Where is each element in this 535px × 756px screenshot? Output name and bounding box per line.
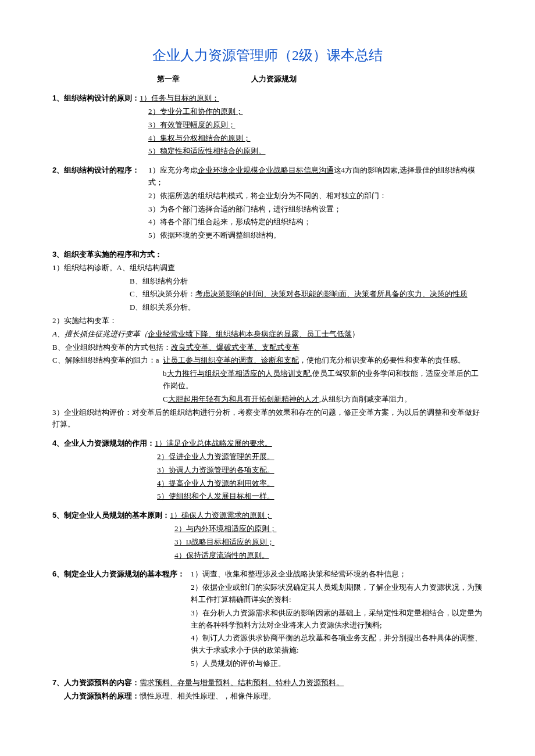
s6-i1: 1）调查、收集和整理涉及企业战略决策和经营环境的各种信息； bbox=[191, 568, 483, 581]
s2-lead: 2、组织结构设计的程序： bbox=[52, 164, 148, 189]
s3-pC3-b: ,从组织方面削减变革阻力。 bbox=[319, 395, 412, 403]
s3-pA-a: A、擅长抓住征兆进行变革（ bbox=[52, 329, 148, 338]
s3-pC2-u: 大力推行与组织变革相适应的人员培训支配 bbox=[167, 369, 311, 378]
s3-p1: 1）组织结构诊断。A、组织结构调查 bbox=[52, 262, 483, 274]
s3-p1c: C、组织决策分析：考虑决策影响的时间、决策对各职能的影响面、决策者所具备的实力、… bbox=[52, 288, 483, 300]
section-1: 1、组织结构设计的原则：1）任务与目标的原则； 2）专业分工和协作的原则； 3）… bbox=[52, 92, 483, 157]
s5-i4: 4）保持适度流淌性的原则。 bbox=[52, 550, 483, 562]
page-title: 企业人力资源管理师（2级）课本总结 bbox=[52, 44, 483, 66]
chapter-label: 第一章 bbox=[157, 73, 180, 85]
s7-rest: 惯性原理、相关性原理、，相像件原理。 bbox=[140, 691, 276, 700]
s7-u: 需求预料、存量与增量预料、结构预料、特种人力资源预料。 bbox=[140, 678, 344, 687]
s4-i2: 2）促进企业人力资源管理的开展。 bbox=[52, 451, 483, 463]
section-5: 5、制定企业人员规划的基本原则：1）确保人力资源需求的原则； 2）与内外环境相适… bbox=[52, 510, 483, 561]
s5-lead: 5、制定企业人员规划的基本原则： bbox=[52, 511, 170, 519]
section-7: 7、人力资源预料的内容：需求预料、存量与增量预料、结构预料、特种人力资源预料。 … bbox=[52, 677, 483, 703]
s6-i2: 2）依据企业或部门的实际状况确定其人员规划期限，了解企业现有人力资源状况，为预料… bbox=[191, 582, 483, 606]
s7-line2: 人力资源预料的原理：惯性原理、相关性原理、，相像件原理。 bbox=[52, 690, 483, 703]
s1-i4: 4）集权与分权相结合的原则； bbox=[52, 132, 483, 145]
s3-pA-u: 企业经营业绩下降、组织结构本身病症的显露、员工士气低落 bbox=[148, 329, 352, 338]
s3-pB: B、企业组织结构变革的方式包括：改良式变革、爆破式变革、支配式变革 bbox=[52, 342, 483, 354]
s1-i2: 2）专业分工和协作的原则； bbox=[52, 106, 483, 118]
s3-p1c-u: 考虑决策影响的时间、决策对各职能的影响面、决策者所具备的实力、决策的性质 bbox=[195, 289, 468, 298]
s4-line1: 4、企业人力资源规划的作用：1）满足企业总体战略发展的要求。 bbox=[52, 438, 483, 450]
s2-i1a: 1）应充分考虑 bbox=[148, 166, 198, 174]
s1-i1: 1）任务与目标的原则； bbox=[140, 94, 219, 102]
s6-i4: 4）制订人力资源供求协商平衡的总坟墓和各项业务支配，并分别提出各种具体的调整、供… bbox=[191, 632, 483, 657]
s2-i5: 5）依据环境的变更不断调整组织结构。 bbox=[52, 230, 483, 242]
s1-lead: 1、组织结构设计的原则： bbox=[52, 94, 140, 102]
s3-pB-a: B、企业组织结构变革的方式包括： bbox=[52, 343, 171, 352]
s3-pC-u: 让员工参与组织变革的调查、诊断和支配 bbox=[163, 356, 299, 364]
s2-i1u: 企业环境企业规模企业战略目标信息沟通 bbox=[198, 166, 334, 174]
s3-pC: C、解除组织结构变革的阻力：a 让员工参与组织变革的调查、诊断和支配，使他们充分… bbox=[52, 354, 483, 367]
s1-line1: 1、组织结构设计的原则：1）任务与目标的原则； bbox=[52, 92, 483, 105]
s6-i2-row: 2）依据企业或部门的实际状况确定其人员规划期限，了解企业现有人力资源状况，为预料… bbox=[52, 582, 483, 606]
s4-i1: 1）满足企业总体战略发展的要求。 bbox=[155, 439, 272, 447]
s4-lead-a: 4、企业 bbox=[52, 439, 79, 447]
s4-i4: 4）提高企业人力资源的利用效率。 bbox=[52, 478, 483, 490]
s2-i3: 3）为各个部门选择合适的部门结构，进行组织结构设置； bbox=[52, 203, 483, 216]
s4-i5: 5）使组织和个人发展目标相一样。 bbox=[52, 490, 483, 503]
s4-lead-b: 人力资源规划的作用： bbox=[79, 439, 155, 447]
s3-pC3-a: C bbox=[163, 395, 168, 403]
s2-i1: 1）应充分考虑企业环境企业规模企业战略目标信息沟通这4方面的影响因素,选择最佳的… bbox=[148, 164, 483, 189]
s3-p2: 2）实施结构变革： bbox=[52, 315, 483, 327]
s3-p1d: D、组织关系分析。 bbox=[52, 302, 483, 314]
s6-i5: 5）人员规划的评价与修正。 bbox=[191, 658, 483, 670]
section-6: 6、制定企业人力资源规划的基本程序： 1）调查、收集和整理涉及企业战略决策和经营… bbox=[52, 568, 483, 669]
s3-pC-b: ，使他们充分相识变革的必要性和变革的责任感。 bbox=[299, 356, 465, 364]
s6-lead: 6、制定企业人力资源规划的基本程序： bbox=[52, 568, 191, 581]
chapter-line: 第一章 人力资源规划 bbox=[52, 73, 483, 85]
s7-line1: 7、人力资源预料的内容：需求预料、存量与增量预料、结构预料、特种人力资源预料。 bbox=[52, 677, 483, 689]
s5-line1: 5、制定企业人员规划的基本原则：1）确保人力资源需求的原则； bbox=[52, 510, 483, 522]
s3-pC3-u: 大胆起用年轻有为和具有开拓创新精神的人才 bbox=[168, 395, 319, 403]
s3-pC2: b大力推行与组织变革相适应的人员培训支配,使员工驾驭新的业务学问和技能，适应变革… bbox=[52, 368, 483, 392]
s2-i2: 2）依据所选的组织结构模式，将企业划分为不同的、相对独立的部门： bbox=[52, 190, 483, 202]
s1-i5: 5）稳定性和适应性相结合的原则。 bbox=[52, 145, 483, 157]
s3-lead: 3、组织变革实施的程序和方式： bbox=[52, 249, 483, 261]
s3-pB-u: 改良式变革、爆破式变革、支配式变革 bbox=[171, 343, 299, 352]
s6-i5-row: 5）人员规划的评价与修正。 bbox=[52, 658, 483, 670]
s6-i3: 3）在分析人力资源需求和供应的影响因素的基础上，采纳定性和定量相结合，以定量为主… bbox=[191, 607, 483, 632]
s1-i3: 3）有效管理幅度的原则； bbox=[52, 119, 483, 131]
s3-pC3: C大胆起用年轻有为和具有开拓创新精神的人才,从组织方面削减变革阻力。 bbox=[52, 393, 483, 406]
s3-pA-b: ） bbox=[352, 329, 359, 338]
s6-line1: 6、制定企业人力资源规划的基本程序： 1）调查、收集和整理涉及企业战略决策和经营… bbox=[52, 568, 483, 581]
s5-i3: 3）IJ战略目标相适应的原则； bbox=[52, 536, 483, 549]
section-3: 3、组织变革实施的程序和方式： 1）组织结构诊断。A、组织结构调查 B、组织结构… bbox=[52, 249, 483, 431]
s2-line1: 2、组织结构设计的程序： 1）应充分考虑企业环境企业规模企业战略目标信息沟通这4… bbox=[52, 164, 483, 189]
section-2: 2、组织结构设计的程序： 1）应充分考虑企业环境企业规模企业战略目标信息沟通这4… bbox=[52, 164, 483, 242]
s3-pA: A、擅长抓住征兆进行变革（企业经营业绩下降、组织结构本身病症的显露、员工士气低落… bbox=[52, 328, 483, 341]
s7-lead2: 人力资源预料的原理： bbox=[64, 691, 140, 700]
s6-i3-row: 3）在分析人力资源需求和供应的影响因素的基础上，采纳定性和定量相结合，以定量为主… bbox=[52, 607, 483, 632]
s5-i1: 1）确保人力资源需求的原则； bbox=[170, 511, 272, 519]
chapter-title: 人力资源规划 bbox=[251, 73, 297, 85]
s3-p1b: B、组织结构分析 bbox=[52, 275, 483, 288]
s5-i2: 2）与内外环境相适应的原则； bbox=[52, 523, 483, 535]
s7-lead: 7、人力资源预料的内容： bbox=[52, 678, 140, 687]
s6-i4-row: 4）制订人力资源供求协商平衡的总坟墓和各项业务支配，并分别提出各种具体的调整、供… bbox=[52, 632, 483, 657]
s3-pC-a: C、解除组织结构变革的阻力：a bbox=[52, 356, 159, 364]
s3-p3: 3）企业组织结构评价：对变革后的组织结构进行分析，考察变革的效果和存在的问题，修… bbox=[52, 407, 483, 431]
s4-i3: 3）协调人力资源管理的各项支配。 bbox=[52, 464, 483, 476]
s2-i4: 4）将各个部门组合起来，形成特定的组织结构； bbox=[52, 216, 483, 228]
s3-p1c-a: C、组织决策分析： bbox=[130, 289, 195, 298]
section-4: 4、企业人力资源规划的作用：1）满足企业总体战略发展的要求。 2）促进企业人力资… bbox=[52, 438, 483, 503]
